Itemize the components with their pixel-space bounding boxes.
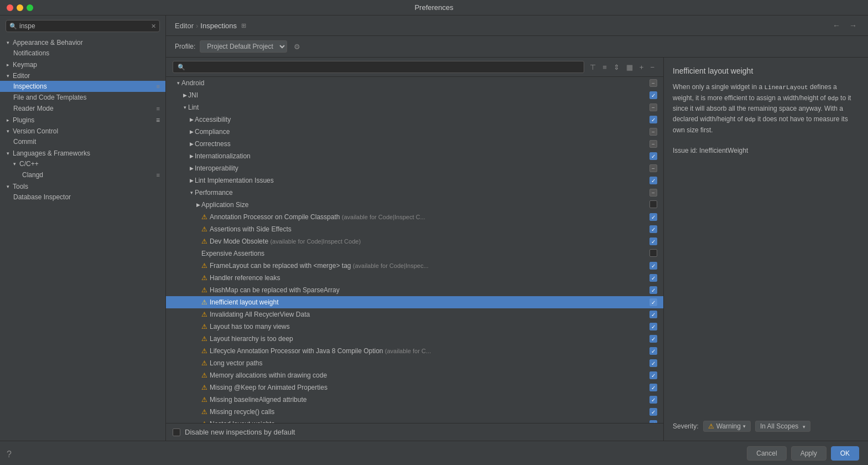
tree-item-lifecycle[interactable]: ⚠ Lifecycle Annotation Processor with Ja… bbox=[166, 345, 663, 357]
sidebar-item-commit[interactable]: Commit bbox=[0, 136, 165, 147]
maximize-button[interactable] bbox=[27, 4, 33, 11]
tree-item-too-many-views[interactable]: ⚠ Layout has too many views ✓ bbox=[166, 321, 663, 333]
disable-new-checkbox[interactable] bbox=[173, 428, 180, 436]
tree-item-compliance[interactable]: ▶ Compliance − bbox=[166, 126, 663, 138]
toggle-icon[interactable]: ▾ bbox=[188, 190, 195, 195]
tree-item-hierarchy-deep[interactable]: ⚠ Layout hierarchy is too deep ✓ bbox=[166, 333, 663, 345]
sidebar-section-keymap[interactable]: ▸ Keymap bbox=[0, 59, 165, 70]
tree-item-recyclerview[interactable]: ⚠ Invalidating All RecyclerView Data ✓ bbox=[166, 308, 663, 321]
tree-item-app-size[interactable]: ▶ Application Size bbox=[166, 199, 663, 211]
sidebar-item-notifications[interactable]: Notifications bbox=[0, 48, 165, 59]
checkbox-keep[interactable]: ✓ bbox=[649, 384, 657, 391]
clear-search-icon[interactable]: ✕ bbox=[151, 23, 156, 30]
checkbox-compliance[interactable]: − bbox=[649, 128, 657, 136]
tree-item-handler-leaks[interactable]: ⚠ Handler reference leaks ✓ bbox=[166, 272, 663, 284]
sidebar-section-vcs[interactable]: ▾ Version Control bbox=[0, 125, 165, 136]
tree-item-assertions[interactable]: ⚠ Assertions with Side Effects ✓ bbox=[166, 223, 663, 235]
checkbox-recycle[interactable]: ✓ bbox=[649, 408, 657, 416]
toggle-icon[interactable]: ▾ bbox=[175, 80, 181, 86]
cancel-button[interactable]: Cancel bbox=[747, 446, 786, 461]
sidebar-section-tools[interactable]: ▾ Tools bbox=[0, 180, 165, 192]
tree-item-framelayout[interactable]: ⚠ FrameLayout can be replaced with <merg… bbox=[166, 260, 663, 272]
tree-item-jni[interactable]: ▶ JNI ✓ bbox=[166, 89, 663, 101]
scope-select[interactable]: In All Scopes ▾ bbox=[755, 421, 810, 432]
tree-item-memory[interactable]: ⚠ Memory allocations within drawing code… bbox=[166, 369, 663, 381]
add-icon[interactable]: + bbox=[637, 62, 646, 73]
tree-item-expensive-assertions[interactable]: Expensive Assertions bbox=[166, 247, 663, 260]
tree-item-interop[interactable]: ▶ Interoperability − bbox=[166, 162, 663, 174]
toggle-icon[interactable]: ▶ bbox=[188, 129, 195, 135]
filter-icon[interactable]: ⊤ bbox=[588, 62, 598, 73]
checkbox-recyclerview[interactable]: ✓ bbox=[649, 311, 657, 318]
remove-icon[interactable]: − bbox=[648, 62, 657, 73]
checkbox-i18n[interactable]: ✓ bbox=[649, 152, 657, 160]
sidebar-search-wrap[interactable]: 🔍 ✕ bbox=[6, 20, 160, 32]
tree-item-recycle[interactable]: ⚠ Missing recycle() calls ✓ bbox=[166, 406, 663, 418]
checkbox-app-size[interactable] bbox=[649, 200, 657, 208]
checkbox-accessibility[interactable]: ✓ bbox=[649, 116, 657, 123]
sidebar-search-input[interactable] bbox=[19, 22, 149, 30]
toggle-icon[interactable]: ▶ bbox=[188, 117, 195, 122]
profile-select[interactable]: Project Default Project bbox=[200, 40, 287, 53]
checkbox-assertions[interactable]: ✓ bbox=[649, 225, 657, 233]
sidebar-item-cpp[interactable]: ▾ C/C++ bbox=[0, 158, 165, 169]
tree-item-lint-impl[interactable]: ▶ Lint Implementation Issues ✓ bbox=[166, 174, 663, 187]
sidebar-section-appearance[interactable]: ▾ Appearance & Behavior bbox=[0, 37, 165, 48]
tree-item-i18n[interactable]: ▶ Internationalization ✓ bbox=[166, 150, 663, 162]
close-button[interactable] bbox=[7, 4, 13, 11]
toggle-icon[interactable]: ▶ bbox=[195, 202, 201, 208]
tree-item-long-vectors[interactable]: ⚠ Long vector paths ✓ bbox=[166, 357, 663, 369]
sidebar-section-plugins[interactable]: ▸ Plugins ≡ bbox=[0, 114, 165, 125]
forward-icon[interactable]: → bbox=[847, 20, 859, 31]
ok-button[interactable]: OK bbox=[831, 446, 859, 461]
tree-section-performance[interactable]: ▾ Performance − bbox=[166, 187, 663, 199]
checkbox-memory[interactable]: ✓ bbox=[649, 371, 657, 379]
settings-icon[interactable]: ⚙ bbox=[292, 42, 303, 52]
group-icon[interactable]: ▦ bbox=[624, 62, 635, 73]
checkbox-lint-impl[interactable]: ✓ bbox=[649, 177, 657, 184]
tree-item-correctness[interactable]: ▶ Correctness − bbox=[166, 138, 663, 150]
tree-section-lint[interactable]: ▾ Lint − bbox=[166, 101, 663, 113]
tree-item-dev-mode[interactable]: ⚠ Dev Mode Obsolete (available for Code|… bbox=[166, 235, 663, 247]
toggle-icon[interactable]: ▶ bbox=[181, 92, 188, 98]
sidebar-item-clangd[interactable]: Clangd ≡ bbox=[0, 169, 165, 180]
tree-item-missing-keep[interactable]: ⚠ Missing @Keep for Animated Properties … bbox=[166, 381, 663, 394]
inspections-search-input[interactable] bbox=[188, 63, 579, 71]
checkbox-lint[interactable]: − bbox=[649, 104, 657, 111]
checkbox-hierarchy[interactable]: ✓ bbox=[649, 335, 657, 343]
expand-icon[interactable]: ⇕ bbox=[611, 62, 622, 73]
checkbox-inefficient[interactable]: ✓ bbox=[649, 298, 657, 306]
checkbox-dev-mode[interactable]: ✓ bbox=[649, 237, 657, 245]
tree-item-inefficient-layout[interactable]: ⚠ Inefficient layout weight ✓ bbox=[166, 296, 663, 308]
sidebar-section-languages[interactable]: ▾ Languages & Frameworks bbox=[0, 147, 165, 158]
checkbox-android[interactable]: − bbox=[649, 79, 657, 87]
tree-section-android[interactable]: ▾ Android − bbox=[166, 77, 663, 89]
severity-select[interactable]: ⚠ Warning ▾ bbox=[703, 421, 751, 432]
edit-icon[interactable]: ⊞ bbox=[239, 21, 248, 30]
toggle-icon[interactable]: ▶ bbox=[188, 166, 195, 171]
tree-item-nested-weights[interactable]: ⚠ Nested layout weights ✓ bbox=[166, 418, 663, 423]
checkbox-jni[interactable]: ✓ bbox=[649, 91, 657, 99]
checkbox-baseline[interactable]: ✓ bbox=[649, 396, 657, 404]
checkbox-too-many-views[interactable]: ✓ bbox=[649, 323, 657, 330]
sidebar-section-editor[interactable]: ▾ Editor bbox=[0, 70, 165, 81]
toggle-icon[interactable]: ▶ bbox=[188, 178, 195, 183]
checkbox-annotation[interactable]: ✓ bbox=[649, 213, 657, 221]
toggle-icon[interactable]: ▶ bbox=[188, 141, 195, 147]
sidebar-item-database-inspector[interactable]: Database Inspector bbox=[0, 192, 165, 203]
help-icon[interactable]: ? bbox=[7, 450, 12, 459]
sidebar-item-file-code-templates[interactable]: File and Code Templates bbox=[0, 92, 165, 103]
apply-button[interactable]: Apply bbox=[791, 446, 827, 461]
tree-item-hashmap[interactable]: ⚠ HashMap can be replaced with SparseArr… bbox=[166, 284, 663, 296]
checkbox-framelayout[interactable]: ✓ bbox=[649, 262, 657, 270]
back-icon[interactable]: ← bbox=[830, 20, 843, 31]
sidebar-item-inspections[interactable]: Inspections ≡ bbox=[0, 81, 165, 92]
inspections-search-box[interactable]: 🔍 bbox=[173, 61, 584, 73]
checkbox-interop[interactable]: − bbox=[649, 164, 657, 172]
tree-item-accessibility[interactable]: ▶ Accessibility ✓ bbox=[166, 113, 663, 126]
minimize-button[interactable] bbox=[17, 4, 23, 11]
tree-item-baseline[interactable]: ⚠ Missing baselineAligned attribute ✓ bbox=[166, 394, 663, 406]
toggle-icon[interactable]: ▾ bbox=[181, 105, 188, 110]
window-controls[interactable] bbox=[7, 4, 33, 11]
checkbox-performance[interactable]: − bbox=[649, 189, 657, 197]
